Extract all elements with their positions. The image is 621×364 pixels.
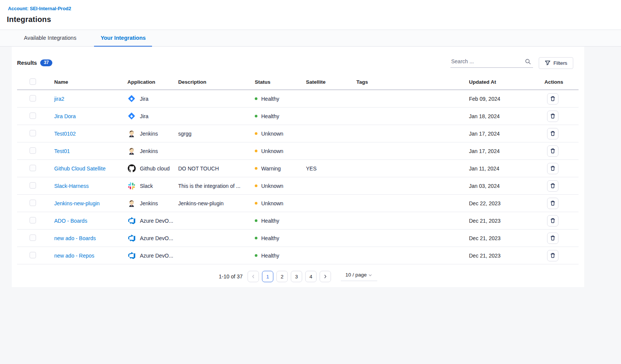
row-checkbox[interactable] [30, 234, 36, 241]
filters-button[interactable]: Filters [539, 57, 573, 69]
table-row: Github Cloud Satellite Github cloud DO N… [17, 160, 579, 177]
pagination: 1-10 of 37 1234 10 / page [12, 270, 584, 283]
integration-name-link[interactable]: Slack-Harness [54, 183, 89, 189]
updated-at-value: Dec 21, 2023 [469, 253, 544, 259]
chevron-left-icon [251, 274, 256, 279]
results-label: Results [17, 60, 37, 66]
trash-icon [550, 183, 556, 189]
delete-integration-button[interactable] [547, 215, 558, 227]
page-size-select[interactable]: 10 / page [341, 272, 377, 281]
status-label: Healthy [261, 218, 279, 224]
integration-name-link[interactable]: Github Cloud Satellite [54, 166, 105, 172]
description-text: This is the integration of ... [178, 183, 255, 189]
delete-integration-button[interactable] [547, 145, 558, 157]
table-row: jira2 Jira Healthy Feb 09, 2024 [17, 90, 579, 108]
status-dot [255, 219, 257, 222]
search-box[interactable] [450, 58, 533, 68]
integration-name-link[interactable]: Jira Dora [54, 113, 76, 119]
delete-integration-button[interactable] [547, 233, 558, 244]
integration-name-link[interactable]: new ado - Boards [54, 235, 96, 241]
jenkins-icon [127, 130, 136, 138]
integration-name-link[interactable]: ADO - Boards [54, 218, 87, 224]
table-row: Jira Dora Jira Healthy Jan 18, 2024 [17, 108, 579, 125]
azure-devops-icon [127, 217, 136, 225]
column-header-status: Status [255, 79, 306, 85]
delete-integration-button[interactable] [547, 111, 558, 122]
filter-funnel-icon [545, 60, 550, 66]
delete-integration-button[interactable] [547, 163, 558, 174]
row-checkbox[interactable] [30, 95, 36, 102]
status-label: Unknown [261, 183, 283, 189]
tab-your-integrations[interactable]: Your Integrations [94, 30, 152, 47]
integration-name-link[interactable]: Test0102 [54, 131, 76, 137]
column-header-satellite: Satellite [306, 79, 356, 85]
row-checkbox[interactable] [30, 130, 36, 136]
toolbar-right: Filters [450, 57, 573, 69]
page-button-2[interactable]: 2 [276, 271, 288, 282]
status-label: Healthy [261, 113, 279, 119]
account-breadcrumb[interactable]: Account: SEI-Internal-Prod2 [8, 6, 71, 11]
trash-icon [550, 200, 556, 206]
updated-at-value: Dec 21, 2023 [469, 235, 544, 241]
status-dot [255, 132, 257, 135]
tab-available-integrations[interactable]: Available Integrations [17, 30, 83, 47]
select-all-checkbox[interactable] [30, 78, 36, 85]
updated-at-value: Jan 17, 2024 [469, 131, 544, 137]
status-dot [255, 115, 257, 117]
delete-integration-button[interactable] [547, 198, 558, 209]
updated-at-value: Jan 17, 2024 [469, 148, 544, 154]
integration-name-link[interactable]: jira2 [54, 96, 64, 102]
content-card: Results 37 Filters Name Application Desc… [12, 47, 584, 287]
column-header-updated-at: Updated At [469, 79, 544, 85]
next-page-button[interactable] [320, 271, 331, 282]
page-button-1[interactable]: 1 [262, 271, 273, 282]
pagination-range: 1-10 of 37 [219, 273, 243, 280]
status-label: Warning [261, 166, 281, 172]
updated-at-value: Jan 11, 2024 [469, 166, 544, 172]
jira-icon [127, 112, 136, 120]
integration-name-link[interactable]: Jenkins-new-plugin [54, 200, 100, 206]
application-label: Jira [140, 113, 149, 119]
table-row: ADO - Boards Azure DevO... Healthy Dec 2… [17, 212, 579, 230]
trash-icon [550, 165, 556, 172]
delete-integration-button[interactable] [547, 250, 558, 261]
row-checkbox[interactable] [30, 147, 36, 154]
search-input[interactable] [451, 58, 516, 64]
page-button-4[interactable]: 4 [305, 271, 317, 282]
status-dot [255, 254, 257, 257]
page-size-label: 10 / page [345, 272, 367, 278]
column-header-tags: Tags [356, 79, 469, 85]
page-title: Integrations [7, 15, 621, 24]
row-checkbox[interactable] [30, 165, 36, 171]
status-dot [255, 237, 257, 239]
delete-integration-button[interactable] [547, 93, 558, 105]
updated-at-value: Dec 22, 2023 [469, 200, 544, 206]
row-checkbox[interactable] [30, 217, 36, 223]
column-header-application: Application [127, 79, 178, 85]
application-label: Azure DevO... [140, 218, 173, 224]
row-checkbox[interactable] [30, 200, 36, 206]
search-icon [525, 58, 531, 65]
azure-devops-icon [127, 252, 136, 259]
delete-integration-button[interactable] [547, 128, 558, 139]
results-count-badge: 37 [40, 59, 52, 66]
page-buttons: 1234 [262, 271, 317, 282]
table-header-row: Name Application Description Status Sate… [17, 75, 579, 90]
previous-page-button[interactable] [248, 271, 259, 282]
page-button-3[interactable]: 3 [291, 271, 302, 282]
application-label: Github cloud [140, 166, 170, 172]
azure-devops-icon [127, 234, 136, 242]
status-label: Healthy [261, 253, 279, 259]
results-summary: Results 37 [17, 59, 52, 66]
integrations-page: Account: SEI-Internal-Prod2 Integrations… [0, 0, 621, 287]
application-label: Jenkins [140, 148, 158, 154]
status-dot [255, 202, 257, 205]
row-checkbox[interactable] [30, 252, 36, 258]
delete-integration-button[interactable] [547, 180, 558, 192]
description-text: Jenkins-new-plugin [178, 200, 255, 206]
integration-name-link[interactable]: Test01 [54, 148, 70, 154]
jenkins-icon [127, 199, 136, 208]
integration-name-link[interactable]: new ado - Repos [54, 253, 94, 259]
row-checkbox[interactable] [30, 182, 36, 189]
row-checkbox[interactable] [30, 112, 36, 119]
